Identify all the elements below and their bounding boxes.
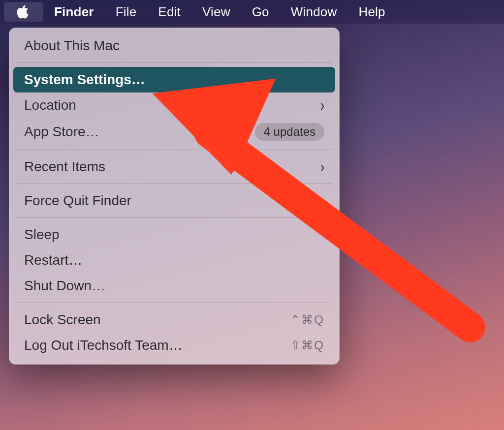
menu-label: Location (24, 97, 76, 113)
menubar-item-help[interactable]: Help (347, 0, 396, 24)
shortcut-label: ⌃⌘Q (290, 313, 324, 327)
menubar-item-file[interactable]: File (105, 0, 148, 24)
menu-separator (16, 150, 332, 150)
menu-label: Sleep (24, 227, 60, 243)
menu-item-recent-items[interactable]: Recent Items › (9, 154, 339, 180)
menubar: Finder File Edit View Go Window Help (0, 0, 504, 24)
menu-item-shut-down[interactable]: Shut Down… (9, 273, 339, 299)
menu-item-force-quit[interactable]: Force Quit Finder ⌥⇧⌘⎋ (9, 188, 339, 214)
menu-label: Lock Screen (24, 312, 101, 328)
menu-item-system-settings[interactable]: System Settings… (13, 67, 335, 92)
menu-separator (16, 303, 332, 303)
menu-separator (16, 184, 332, 184)
menubar-item-view[interactable]: View (191, 0, 241, 24)
shortcut-label: ⇧⌘Q (290, 338, 324, 352)
menu-item-restart[interactable]: Restart… (9, 247, 339, 273)
apple-logo-icon (16, 4, 30, 20)
menubar-item-go[interactable]: Go (241, 0, 280, 24)
menu-label: About This Mac (24, 38, 120, 54)
shortcut-label: ⌥⇧⌘⎋ (278, 194, 324, 208)
chevron-right-icon: › (320, 95, 324, 115)
menu-separator (16, 217, 332, 218)
menu-item-lock-screen[interactable]: Lock Screen ⌃⌘Q (9, 307, 339, 333)
menu-item-log-out[interactable]: Log Out iTechsoft Team… ⇧⌘Q (9, 333, 339, 358)
menubar-item-edit[interactable]: Edit (147, 0, 191, 24)
menu-label: Log Out iTechsoft Team… (24, 338, 183, 353)
menu-item-app-store[interactable]: App Store… 4 updates (9, 118, 339, 146)
updates-badge: 4 updates (255, 123, 324, 141)
menu-label: Shut Down… (24, 278, 105, 294)
submenu-indicator: › (320, 98, 324, 112)
chevron-right-icon: › (320, 157, 324, 176)
submenu-indicator: › (320, 160, 324, 174)
menu-label: Recent Items (24, 159, 105, 175)
menu-label: Force Quit Finder (24, 193, 131, 209)
menu-item-about[interactable]: About This Mac (9, 33, 339, 59)
menu-label: App Store… (24, 124, 99, 140)
menubar-item-finder[interactable]: Finder (43, 0, 105, 24)
menu-separator (16, 62, 332, 63)
menu-label: System Settings… (24, 72, 145, 88)
menubar-item-window[interactable]: Window (280, 0, 348, 24)
apple-menu-dropdown: About This Mac System Settings… Location… (9, 28, 340, 365)
menu-item-location[interactable]: Location › (9, 92, 339, 118)
menu-item-sleep[interactable]: Sleep (9, 222, 339, 247)
menu-label: Restart… (24, 252, 82, 268)
apple-menu-button[interactable] (4, 2, 43, 22)
